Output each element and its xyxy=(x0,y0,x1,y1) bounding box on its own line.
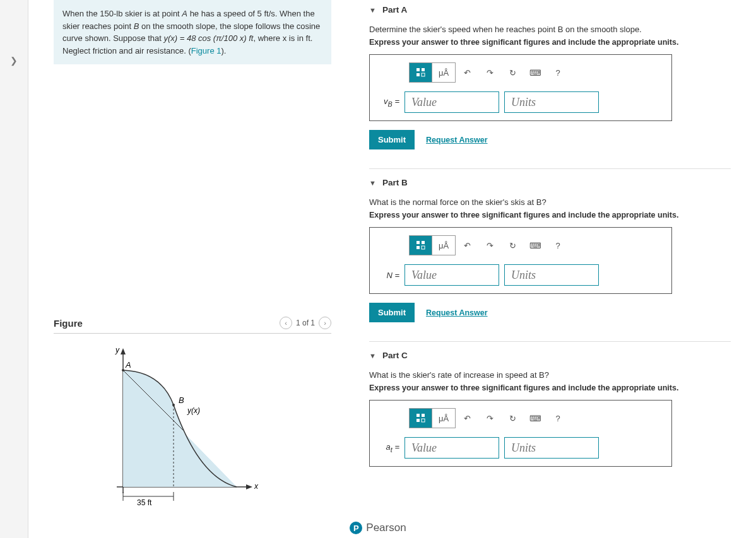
reset-icon[interactable]: ↻ xyxy=(501,63,524,82)
svg-rect-19 xyxy=(416,414,420,417)
svg-rect-14 xyxy=(422,73,425,76)
units-button[interactable]: μÅ xyxy=(432,236,455,255)
redo-icon[interactable]: ↷ xyxy=(478,236,501,255)
units-input[interactable] xyxy=(504,91,599,113)
part-c-title: Part C xyxy=(382,351,408,360)
figure-pager: ‹ 1 of 1 › xyxy=(280,317,331,329)
reset-icon[interactable]: ↻ xyxy=(501,236,524,255)
value-input[interactable] xyxy=(405,91,499,113)
part-b-instructions: Express your answer to three significant… xyxy=(369,211,731,219)
part-a-prompt: Determine the skier's speed when he reac… xyxy=(369,25,731,34)
variable-label: N = xyxy=(377,271,399,280)
undo-icon[interactable]: ↶ xyxy=(456,409,478,428)
answer-toolbar: μÅ ↶ ↷ ↻ ⌨ ? xyxy=(409,235,664,255)
template-button[interactable] xyxy=(410,63,432,82)
collapse-icon: ▼ xyxy=(369,352,376,360)
svg-rect-18 xyxy=(422,246,425,249)
svg-point-7 xyxy=(172,404,175,406)
request-answer-link[interactable]: Request Answer xyxy=(426,308,487,317)
svg-rect-12 xyxy=(422,68,425,71)
equation: y(x) = 48 cos (π/100 x) ft xyxy=(163,33,253,43)
redo-icon[interactable]: ↷ xyxy=(478,409,501,428)
curve-label: y(x) xyxy=(187,406,200,415)
units-input[interactable] xyxy=(504,437,599,459)
part-a-header[interactable]: ▼ Part A xyxy=(369,5,731,15)
figure-title: Figure xyxy=(54,318,83,329)
svg-marker-3 xyxy=(246,484,252,489)
part-b-prompt: What is the normal force on the skier's … xyxy=(369,197,731,207)
svg-rect-21 xyxy=(416,419,420,422)
template-button[interactable] xyxy=(410,409,432,428)
reset-icon[interactable]: ↻ xyxy=(501,409,524,428)
answer-toolbar: μÅ ↶ ↷ ↻ ⌨ ? xyxy=(409,408,664,428)
unit: ft/s xyxy=(264,9,275,18)
submit-button[interactable]: Submit xyxy=(369,130,415,149)
units-input[interactable] xyxy=(504,264,599,286)
request-answer-link[interactable]: Request Answer xyxy=(426,136,487,144)
answer-toolbar: μÅ ↶ ↷ ↻ ⌨ ? xyxy=(409,62,664,83)
prev-figure-button[interactable]: ‹ xyxy=(280,317,292,329)
brand-text: Pearson xyxy=(366,522,406,534)
svg-rect-20 xyxy=(422,414,425,417)
part-b-title: Part B xyxy=(382,178,408,187)
footer: P Pearson xyxy=(0,522,756,534)
svg-point-6 xyxy=(122,369,124,371)
point-b-label: B xyxy=(179,395,184,405)
part-c-instructions: Express your answer to three significant… xyxy=(369,383,731,392)
figure-link[interactable]: Figure 1 xyxy=(191,46,221,56)
svg-rect-13 xyxy=(416,73,420,76)
part-a-instructions: Express your answer to three significant… xyxy=(369,38,731,47)
help-icon[interactable]: ? xyxy=(546,236,569,255)
keyboard-icon[interactable]: ⌨ xyxy=(524,236,546,255)
axis-x-label: x xyxy=(254,482,259,491)
part-a-title: Part A xyxy=(382,5,407,15)
units-button[interactable]: μÅ xyxy=(432,409,455,428)
collapse-icon: ▼ xyxy=(369,179,376,187)
distance-label: 35 ft xyxy=(137,498,152,507)
figure-diagram: y x A B y(x) 35 ft xyxy=(54,334,331,517)
part-b-header[interactable]: ▼ Part B xyxy=(369,178,731,187)
submit-button[interactable]: Submit xyxy=(369,303,415,322)
undo-icon[interactable]: ↶ xyxy=(456,236,478,255)
help-icon[interactable]: ? xyxy=(546,409,569,428)
svg-rect-22 xyxy=(422,419,425,422)
figure-header: Figure ‹ 1 of 1 › xyxy=(54,317,331,334)
svg-rect-17 xyxy=(416,246,420,249)
problem-statement: When the 150-lb skier is at point A he h… xyxy=(54,0,331,64)
help-icon[interactable]: ? xyxy=(546,63,569,82)
units-button[interactable]: μÅ xyxy=(432,63,455,82)
variable-label: vB = xyxy=(377,96,399,108)
left-sidebar: ❯ xyxy=(0,0,28,538)
variable-label: at = xyxy=(377,442,399,453)
redo-icon[interactable]: ↷ xyxy=(478,63,501,82)
svg-marker-2 xyxy=(121,348,126,354)
value-input[interactable] xyxy=(405,437,499,459)
svg-rect-16 xyxy=(422,241,425,244)
part-c-header[interactable]: ▼ Part C xyxy=(369,351,731,360)
collapse-icon: ▼ xyxy=(369,6,376,14)
next-figure-button[interactable]: › xyxy=(319,317,331,329)
axis-y-label: y xyxy=(115,346,120,354)
part-c-answer-box: μÅ ↶ ↷ ↻ ⌨ ? at = xyxy=(369,400,672,467)
text: he has a speed of 5 xyxy=(187,9,264,18)
pager-text: 1 of 1 xyxy=(296,319,315,327)
value-input[interactable] xyxy=(405,264,499,286)
text: When the 150- xyxy=(62,9,116,18)
expand-sidebar-icon[interactable]: ❯ xyxy=(10,56,18,66)
point-a-label: A xyxy=(125,360,131,370)
unit: lb xyxy=(116,9,122,18)
text: skier is at point xyxy=(122,9,182,18)
keyboard-icon[interactable]: ⌨ xyxy=(524,63,546,82)
keyboard-icon[interactable]: ⌨ xyxy=(524,409,546,428)
part-c-prompt: What is the skier's rate of increase in … xyxy=(369,370,731,380)
point-a: A xyxy=(182,9,187,18)
undo-icon[interactable]: ↶ xyxy=(456,63,478,82)
svg-rect-11 xyxy=(416,68,420,71)
pearson-logo-icon: P xyxy=(350,522,362,534)
svg-rect-15 xyxy=(416,241,420,244)
part-a-answer-box: μÅ ↶ ↷ ↻ ⌨ ? vB = xyxy=(369,54,672,121)
part-b-answer-box: μÅ ↶ ↷ ↻ ⌨ ? N = xyxy=(369,227,672,294)
text: ). xyxy=(221,46,226,56)
template-button[interactable] xyxy=(410,236,432,255)
